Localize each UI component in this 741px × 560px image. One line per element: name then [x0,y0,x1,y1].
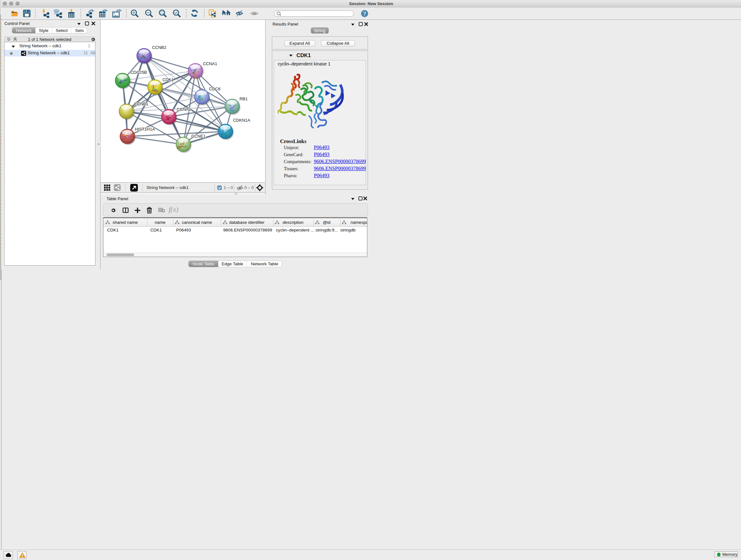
svg-text:CDKN1A: CDKN1A [233,118,250,123]
svg-text:HIST1H1A: HIST1H1A [135,127,155,132]
svg-text:CCNA2: CCNA2 [177,107,191,112]
svg-text:RB1: RB1 [239,97,248,101]
svg-text:CDC6: CDC6 [209,86,220,91]
svg-text:CCNB1: CCNB1 [134,102,148,106]
svg-text:CCNA1: CCNA1 [203,61,217,66]
svg-text:CCNB2: CCNB2 [152,45,166,50]
svg-text:CDK1: CDK1 [162,77,174,82]
svg-text:?: ? [363,10,366,17]
svg-text:CCNE1: CCNE1 [191,134,205,138]
svg-text:CDC25B: CDC25B [130,70,147,75]
